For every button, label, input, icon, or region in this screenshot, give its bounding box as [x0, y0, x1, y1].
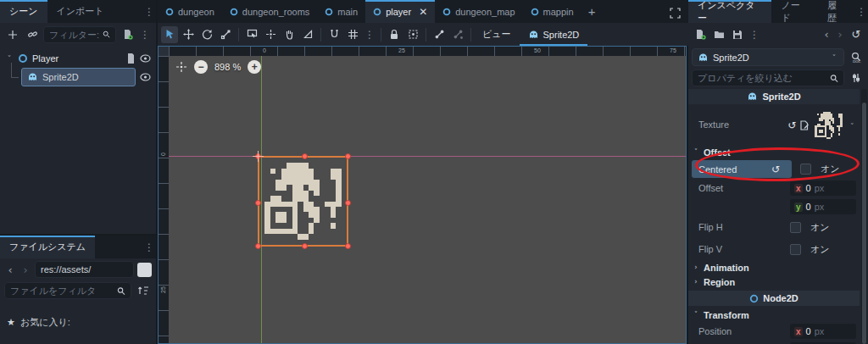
ruler-mode-button[interactable] — [299, 26, 316, 43]
resource-options-icon[interactable]: ⋮ — [748, 29, 761, 41]
tab-import[interactable]: インポート — [47, 0, 114, 23]
revert-icon[interactable]: ↺ — [771, 164, 785, 175]
scene-panel-menu-icon[interactable]: ⋮ — [142, 0, 156, 23]
scene-tab-dungeon-map[interactable]: dungeon_map — [435, 0, 522, 23]
snap-options-menu-icon[interactable]: ⋮ — [363, 29, 376, 41]
visibility-eye-icon[interactable] — [140, 73, 151, 81]
offset-x-field[interactable]: x 0 px — [790, 180, 856, 196]
canvas-area[interactable]: − 898 % + — [169, 56, 686, 343]
position-x-field[interactable]: x 0 px — [790, 324, 856, 339]
nav-back-icon[interactable]: ‹ — [4, 264, 16, 276]
new-scene-tab-button[interactable]: + — [581, 0, 603, 23]
script-icon[interactable] — [126, 53, 136, 64]
move-mode-button[interactable] — [180, 26, 197, 43]
lock-object-button[interactable] — [386, 26, 403, 43]
scene-tab-main[interactable]: main — [317, 0, 365, 23]
path-field[interactable]: res://assets/ — [35, 261, 134, 278]
close-tab-icon[interactable]: ✕ — [419, 6, 427, 18]
collapse-icon[interactable]: ˅ — [5, 54, 14, 63]
object-history-icon[interactable]: ↺ — [848, 26, 865, 43]
group-object-button[interactable] — [404, 26, 421, 43]
resize-handle-w[interactable] — [255, 200, 261, 206]
scene-tab-dungeon[interactable]: dungeon — [158, 0, 222, 23]
zoom-in-button[interactable]: + — [248, 60, 261, 74]
zoom-out-button[interactable]: − — [194, 60, 208, 74]
tree-row-player[interactable]: ˅ Player — [0, 49, 156, 68]
scene-filter-input[interactable] — [49, 30, 99, 40]
new-resource-icon[interactable] — [692, 26, 709, 43]
tab-inspector[interactable]: インスペクター — [688, 0, 771, 23]
category-node2d[interactable]: Node2D — [688, 291, 860, 306]
sort-files-icon[interactable] — [135, 282, 152, 299]
group-region[interactable]: › Region — [688, 275, 860, 289]
zoom-level[interactable]: 898 % — [214, 62, 241, 72]
tab-history[interactable]: 履歴 — [818, 0, 854, 23]
chevron-down-icon[interactable]: ˅ — [848, 122, 856, 130]
save-resource-icon[interactable] — [729, 26, 746, 43]
pivot-edit-button[interactable] — [262, 26, 279, 43]
tab-filesystem[interactable]: ファイルシステム — [0, 236, 95, 258]
attach-script-button[interactable] — [119, 26, 136, 43]
resize-handle-ne[interactable] — [345, 153, 351, 159]
rotate-mode-button[interactable] — [198, 26, 215, 43]
resize-handle-sw[interactable] — [255, 243, 261, 249]
resize-handle-s[interactable] — [302, 243, 308, 249]
skeleton-bone-icon[interactable] — [431, 26, 448, 43]
instance-scene-button[interactable] — [24, 26, 41, 43]
nav-forward-icon[interactable]: › — [19, 264, 31, 276]
center-view-icon[interactable] — [175, 61, 187, 73]
edit-resource-icon[interactable] — [799, 120, 810, 130]
skeleton-options-icon[interactable] — [449, 26, 466, 43]
property-filter-input[interactable] — [698, 73, 826, 83]
resize-handle-se[interactable] — [345, 243, 351, 249]
resize-handle-e[interactable] — [345, 200, 351, 206]
favorites-row[interactable]: ★ お気に入り: — [0, 301, 156, 344]
history-back-icon[interactable]: ‹ — [821, 28, 832, 41]
node2d-icon — [749, 294, 759, 303]
selected-node[interactable]: Sprite2D — [21, 68, 136, 86]
grid-snap-icon[interactable] — [344, 26, 361, 43]
flip-v-checkbox[interactable] — [790, 244, 801, 255]
revert-icon[interactable]: ↺ — [787, 119, 796, 131]
flip-h-checkbox[interactable] — [790, 222, 801, 233]
centered-label-cell[interactable]: Centered ↺ — [692, 160, 792, 178]
inspector-scrollbar[interactable] — [861, 89, 867, 344]
tab-node[interactable]: ノード — [771, 0, 818, 23]
tab-scene[interactable]: シーン — [0, 0, 47, 23]
group-offset[interactable]: ˅ Offset — [688, 145, 860, 159]
visibility-eye-icon[interactable] — [140, 54, 151, 63]
load-resource-icon[interactable] — [710, 26, 727, 43]
scale-mode-button[interactable] — [217, 26, 234, 43]
list-select-button[interactable] — [243, 26, 260, 43]
centered-checkbox[interactable] — [800, 164, 811, 175]
file-filter-input[interactable] — [10, 286, 114, 296]
2d-viewport[interactable]: 0 25 50 75 0 25 − 898 % + — [158, 46, 687, 344]
edited-object-selector[interactable]: Sprite2D ˅ — [692, 48, 844, 66]
offset-y-field[interactable]: y 0 px — [790, 199, 856, 214]
display-mode-toggle[interactable] — [137, 263, 152, 277]
add-node-button[interactable] — [4, 26, 21, 43]
group-transform[interactable]: ˅ Transform — [688, 308, 860, 322]
expand-editor-icon[interactable] — [666, 4, 683, 21]
scene-tree-menu-icon[interactable]: ⋮ — [138, 29, 152, 41]
view-menu-button[interactable]: ビュー — [476, 25, 518, 43]
resize-handle-n[interactable] — [302, 153, 308, 159]
context-tab-sprite2d[interactable]: Sprite2D — [520, 23, 588, 46]
select-mode-button[interactable] — [161, 26, 178, 43]
scene-tab-mappin[interactable]: mappin — [523, 0, 581, 23]
texture-thumbnail[interactable] — [813, 109, 844, 141]
history-forward-icon[interactable]: › — [834, 28, 846, 41]
scene-tab-player[interactable]: player ✕ — [365, 0, 435, 23]
filesystem-menu-icon[interactable]: ⋮ — [142, 236, 156, 258]
section-sprite2d[interactable]: Sprite2D — [688, 89, 860, 104]
pan-mode-button[interactable] — [281, 26, 298, 43]
scene-tab-dungeon-rooms[interactable]: dungeon_rooms — [222, 0, 318, 23]
open-docs-icon[interactable]: DOC — [848, 49, 865, 66]
inspector-options-icon[interactable] — [848, 69, 865, 86]
tree-row-sprite2d[interactable]: Sprite2D — [0, 68, 156, 86]
inspector-menu-icon[interactable]: ⋮ — [854, 0, 868, 23]
scrollbar-thumb[interactable] — [862, 103, 866, 344]
selection-rect[interactable] — [258, 156, 348, 247]
group-animation[interactable]: › Animation — [688, 260, 860, 275]
smart-snap-icon[interactable] — [326, 26, 342, 43]
